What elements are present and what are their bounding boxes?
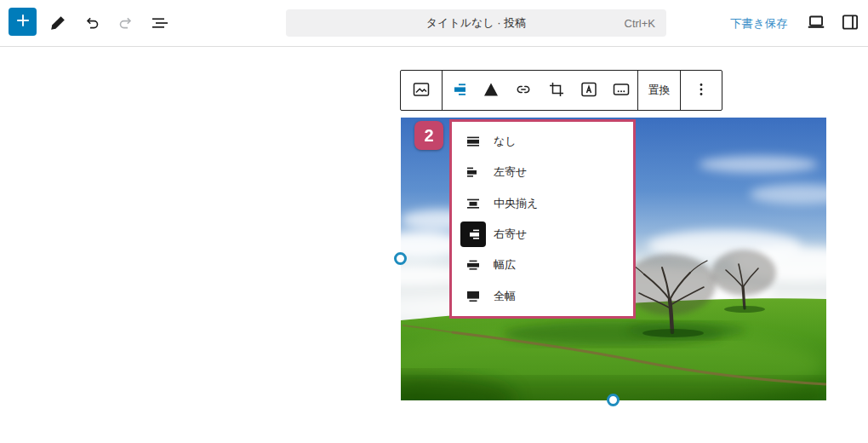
sidebar-panel-icon	[839, 11, 861, 36]
align-option-right[interactable]: 右寄せ	[452, 219, 633, 250]
align-right-icon	[448, 79, 469, 102]
edit-mode-button[interactable]	[46, 12, 70, 36]
align-option-none[interactable]: なし	[452, 126, 633, 157]
image-block-toolbar: 置換	[400, 70, 722, 111]
align-option-label: 全幅	[494, 289, 516, 304]
preview-button[interactable]	[804, 11, 828, 35]
link-button[interactable]	[507, 71, 540, 110]
align-none-icon	[460, 129, 486, 154]
align-option-label: 中央揃え	[494, 196, 538, 211]
editor-header: タイトルなし · 投稿 Ctrl+K 下書き保存	[0, 0, 868, 47]
undo-icon	[82, 13, 102, 36]
alignment-dropdown-menu: なし 左寄せ 中央揃え 右寄せ 幅広 全幅	[449, 119, 636, 319]
resize-handle-bottom[interactable]	[607, 394, 620, 406]
link-icon	[513, 79, 534, 102]
caption-button[interactable]	[605, 71, 637, 110]
image-block-type-button[interactable]	[401, 71, 442, 110]
command-shortcut: Ctrl+K	[625, 17, 655, 30]
replace-button[interactable]: 置換	[638, 71, 680, 110]
crop-icon	[546, 79, 567, 102]
document-title-bar[interactable]: タイトルなし · 投稿 Ctrl+K	[286, 9, 666, 37]
align-left-icon	[460, 159, 486, 185]
plus-icon	[13, 10, 33, 33]
redo-icon	[116, 13, 136, 36]
save-draft-button[interactable]: 下書き保存	[730, 16, 788, 32]
duotone-filter-button[interactable]	[475, 71, 507, 110]
align-center-icon	[460, 191, 486, 216]
crop-button[interactable]	[540, 71, 573, 110]
laptop-icon	[805, 11, 827, 36]
block-inserter-button[interactable]	[9, 8, 37, 36]
align-option-label: 右寄せ	[494, 227, 527, 242]
align-button[interactable]	[443, 71, 475, 110]
align-option-label: 幅広	[494, 257, 516, 273]
annotation-step-badge: 2	[414, 121, 443, 150]
text-overlay-icon	[579, 79, 599, 102]
align-option-center[interactable]: 中央揃え	[452, 188, 633, 219]
redo-button[interactable]	[114, 12, 138, 36]
align-full-icon	[460, 284, 486, 309]
image-block-icon	[411, 79, 431, 102]
settings-sidebar-button[interactable]	[838, 11, 862, 35]
align-option-full[interactable]: 全幅	[452, 281, 633, 312]
options-button[interactable]	[681, 71, 722, 110]
align-option-wide[interactable]: 幅広	[452, 250, 633, 280]
list-view-button[interactable]	[148, 12, 172, 36]
align-option-label: 左寄せ	[494, 164, 527, 180]
undo-button[interactable]	[80, 12, 104, 36]
duotone-triangle-icon	[481, 79, 501, 102]
pencil-icon	[48, 13, 68, 36]
text-overlay-button[interactable]	[573, 71, 605, 110]
caption-icon	[611, 79, 631, 102]
document-title: タイトルなし · 投稿	[426, 15, 526, 31]
list-view-icon	[150, 13, 170, 36]
resize-handle-left[interactable]	[394, 252, 407, 265]
align-wide-icon	[460, 252, 486, 278]
align-option-label: なし	[494, 134, 517, 149]
align-option-left[interactable]: 左寄せ	[452, 157, 633, 187]
kebab-menu-icon	[691, 79, 711, 102]
align-right-icon	[460, 222, 486, 247]
